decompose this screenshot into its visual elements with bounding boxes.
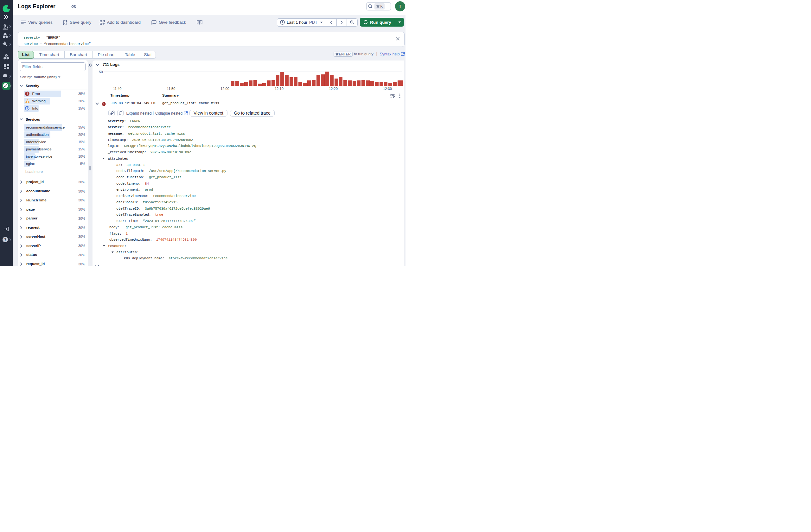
svg-text:?: ? [4,237,6,241]
